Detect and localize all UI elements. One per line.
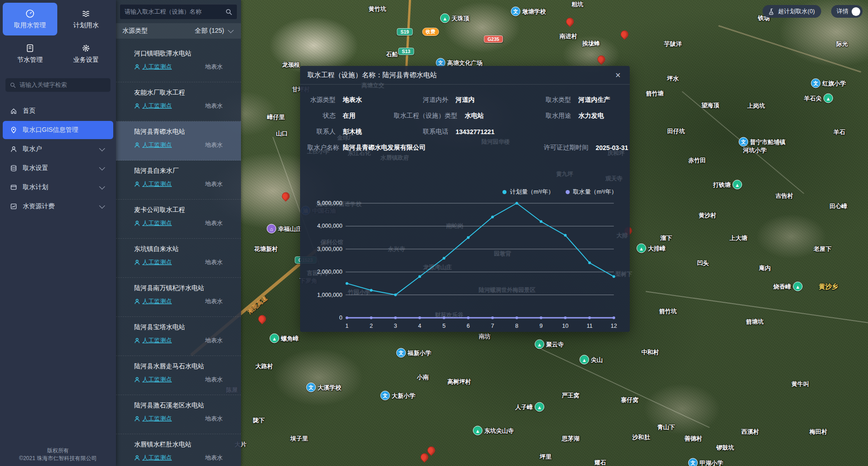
map-place-label[interactable]: ▲尖山 — [580, 355, 603, 365]
map-place-label[interactable]: 坪水 — [667, 75, 679, 83]
map-place-label[interactable]: ▲大排嶂 — [637, 244, 666, 253]
station-list-item[interactable]: 陆河县南万镇杞洋水电站 人工监测点 地表水 — [116, 278, 241, 317]
map-place-label[interactable]: 上岗坑 — [748, 102, 765, 110]
map-place-label[interactable]: 善德村 — [685, 435, 702, 443]
sidebar-item-3[interactable]: 取水户 — [3, 140, 113, 158]
monitor-type-link[interactable]: 人工监测点 — [134, 180, 172, 188]
toggle-knob[interactable] — [852, 7, 860, 16]
map-place-label[interactable]: 陇下 — [253, 416, 265, 425]
monitor-type-link[interactable]: 人工监测点 — [134, 219, 172, 227]
map-place-label[interactable]: 南进村 — [560, 32, 577, 40]
sidebar-item-6[interactable]: 水资源计费 — [3, 197, 113, 215]
map-place-label[interactable]: 田心嶂 — [830, 202, 848, 210]
map-place-label[interactable]: 箭塘坑 — [746, 318, 764, 326]
station-list-item[interactable]: 河口镇唱歌潭水电站 人工监测点 地表水 — [116, 43, 241, 82]
map-place-label[interactable]: 黄牛叫 — [792, 380, 809, 388]
map-place-label[interactable]: 思茅湖 — [562, 435, 580, 443]
map-place-label[interactable]: 石船 — [386, 50, 398, 59]
map-place-label[interactable]: 高树坪村 — [447, 378, 471, 386]
map-place-label[interactable]: ▲螺角嶂 — [270, 334, 299, 343]
station-list-item[interactable]: 陆河县宝塔水电站 人工监测点 地表水 — [116, 317, 241, 356]
map-place-label[interactable]: 吉告村 — [776, 192, 793, 200]
map-place-label[interactable]: 花塘新村 — [254, 245, 278, 253]
station-list-item[interactable]: 陆河县激石溪老区水电站 人工监测点 地表水 — [116, 395, 241, 434]
map-place-label[interactable]: 文大新小学 — [381, 391, 416, 401]
map-place-label[interactable]: 黄沙乡 — [819, 283, 838, 291]
sidebar-tile-4[interactable]: 业务设置 — [59, 37, 114, 70]
source-type-filter[interactable]: 水源类型 全部 (125) — [116, 23, 241, 39]
station-list-item[interactable]: 水唇镇水栏肚水电站 人工监测点 地表水 — [116, 434, 241, 466]
map-place-label[interactable]: 河坑小学 — [743, 146, 767, 155]
station-list-item[interactable]: 陆河县青磜水电站 人工监测点 地表水 — [116, 121, 241, 160]
station-search-input[interactable]: 请输入取水工程（设施）名称 — [120, 4, 237, 20]
red-map-pin[interactable] — [258, 315, 266, 322]
monitor-type-link[interactable]: 人工监测点 — [134, 376, 172, 384]
over-plan-intake-button[interactable]: 超计划取水(0) — [763, 5, 821, 18]
map-place-label[interactable]: 凹头 — [697, 259, 709, 267]
map-place-label[interactable]: 嶂仔里 — [267, 113, 285, 121]
sidebar-search-input[interactable]: 请输入关键字检索 — [5, 78, 110, 92]
map-place-label[interactable]: 田仔坑 — [667, 127, 685, 135]
map-place-label[interactable]: 龙颈根 — [282, 61, 300, 69]
map-place-label[interactable]: 打铁塘▲ — [713, 180, 742, 190]
map-place-label[interactable]: 西溪村 — [742, 428, 759, 436]
map-place-label[interactable]: 文红旗小学 — [811, 79, 846, 88]
map-place-label[interactable]: 文福新小学 — [396, 348, 431, 358]
map-place-label[interactable]: 箭竹坑 — [659, 307, 677, 316]
monitor-type-link[interactable]: 人工监测点 — [134, 141, 172, 149]
map-place-label[interactable]: 锣鼓坑 — [717, 444, 734, 452]
sidebar-item-1[interactable]: 首页 — [3, 102, 113, 120]
map-place-label[interactable]: 老屋下 — [814, 245, 832, 253]
map-place-label[interactable]: 文墩塘学校 — [511, 7, 546, 16]
map-place-label[interactable]: 际光 — [836, 40, 848, 48]
map-place-label[interactable]: 挨垅蜂 — [582, 40, 600, 48]
map-place-label[interactable]: 羊石尖▲ — [804, 94, 833, 103]
map-place-label[interactable]: 青山下 — [657, 423, 675, 431]
map-place-label[interactable]: 文普宁市船埔镇 — [739, 137, 786, 147]
sidebar-item-4[interactable]: 取水设置 — [3, 159, 113, 177]
map-place-label[interactable]: 望海顶 — [702, 101, 719, 110]
legend-item[interactable]: 计划量（m³/年） — [502, 188, 554, 196]
red-map-pin[interactable] — [421, 453, 428, 461]
map-place-label[interactable]: 烧香嶂▲ — [773, 282, 803, 291]
red-map-pin[interactable] — [566, 18, 573, 25]
map-place-label[interactable]: 箭竹塘 — [646, 90, 664, 98]
station-list-item[interactable]: 陆河县水唇走马石水电站 人工监测点 地表水 — [116, 356, 241, 395]
red-map-pin[interactable] — [597, 55, 605, 63]
map-place-label[interactable]: ▲天珠顶 — [440, 14, 469, 23]
monitor-type-link[interactable]: 人工监测点 — [134, 297, 172, 306]
map-place-label[interactable]: 黄沙村 — [699, 211, 717, 220]
map-place-label[interactable]: 坪里 — [540, 453, 552, 461]
search-icon[interactable] — [226, 9, 232, 15]
station-list-item[interactable]: 陆河县自来水厂 人工监测点 地表水 — [116, 160, 241, 200]
monitor-type-link[interactable]: 人工监测点 — [134, 63, 172, 71]
sidebar-tile-1[interactable]: 取用水管理 — [3, 3, 57, 35]
map-place-label[interactable]: 粗坑 — [572, 0, 583, 9]
map-place-label[interactable]: 羊石 — [833, 128, 845, 136]
sidebar-item-5[interactable]: 取水计划 — [3, 178, 113, 196]
map-place-label[interactable]: 上大塘 — [730, 234, 748, 242]
map-place-label[interactable]: 文大溪学校 — [306, 383, 341, 392]
red-map-pin[interactable] — [427, 446, 435, 454]
map-place-label[interactable]: 坝子里 — [291, 435, 308, 443]
monitor-type-link[interactable]: 人工监测点 — [134, 336, 172, 345]
sidebar-tile-3[interactable]: 节水管理 — [3, 37, 57, 70]
map-place-label[interactable]: 大路村 — [256, 362, 273, 371]
map-place-label[interactable]: 梅田村 — [810, 428, 828, 436]
map-place-label[interactable]: 严王窝 — [562, 391, 580, 400]
map-place-label[interactable]: 山口 — [276, 130, 288, 138]
map-place-label[interactable]: 寨仔窝 — [621, 396, 639, 404]
map-place-label[interactable]: ⌂幸福山庄 — [267, 224, 302, 234]
map-place-label[interactable]: ▲东坑尖山寺 — [473, 426, 514, 436]
monitor-type-link[interactable]: 人工监测点 — [134, 454, 172, 462]
monitor-type-link[interactable]: 人工监测点 — [134, 415, 172, 423]
map-place-label[interactable]: 黄竹坑 — [369, 5, 386, 13]
map-place-label[interactable]: 庵内 — [759, 264, 771, 272]
map-place-label[interactable]: 文甲湖小学 — [688, 458, 723, 466]
station-list-item[interactable]: 友能水厂取水工程 人工监测点 地表水 — [116, 82, 241, 121]
map-place-label[interactable]: 芋陂洋 — [664, 40, 682, 48]
monitor-type-link[interactable]: 人工监测点 — [134, 258, 172, 266]
detail-toggle[interactable]: 详情 — [831, 5, 863, 18]
map-place-label[interactable]: 溜下 — [660, 234, 672, 242]
map-place-label[interactable]: 中和村 — [642, 348, 659, 356]
